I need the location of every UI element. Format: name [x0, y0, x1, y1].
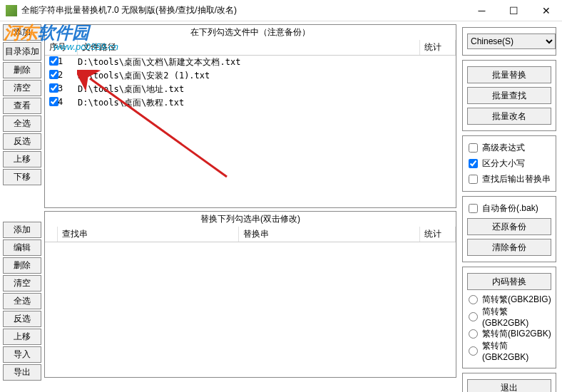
- left-top-btn-7[interactable]: 上移: [3, 151, 41, 167]
- left-bottom-btn-7[interactable]: 导入: [3, 346, 41, 363]
- left-bottom-btn-6[interactable]: 上移: [3, 329, 41, 345]
- app-icon: [6, 5, 17, 16]
- file-row-path: D:\tools\桌面\文档\新建文本文档.txt: [78, 56, 456, 68]
- bottom-btn-0[interactable]: 退出: [467, 379, 551, 392]
- encoding-radio-3[interactable]: 繁转简(GBK2GBK): [467, 340, 551, 362]
- file-row-path: D:\tools\桌面\教程.txt: [78, 97, 456, 109]
- advanced-expr-check[interactable]: 高级表达式: [467, 142, 551, 154]
- file-row-num: 2: [58, 70, 78, 82]
- clear-backup-button[interactable]: 清除备份: [467, 239, 551, 256]
- file-row-num: 1: [58, 56, 78, 68]
- file-row[interactable]: 2D:\tools\桌面\安装2 (1).txt: [45, 69, 456, 83]
- file-row-path: D:\tools\桌面\安装2 (1).txt: [78, 70, 456, 82]
- left-top-btn-0[interactable]: 添加: [3, 24, 41, 41]
- left-bottom-btn-5[interactable]: 反选: [3, 311, 41, 327]
- col-number[interactable]: 序号: [45, 40, 78, 55]
- language-select[interactable]: Chinese(S): [467, 33, 556, 49]
- left-bottom-btn-8[interactable]: 导出: [3, 364, 41, 381]
- left-bottom-btn-2[interactable]: 删除: [3, 257, 41, 274]
- left-bottom-btn-4[interactable]: 全选: [3, 293, 41, 309]
- left-top-btn-4[interactable]: 查看: [3, 98, 41, 114]
- case-sensitive-check[interactable]: 区分大小写: [467, 158, 551, 170]
- col-replace[interactable]: 替换串: [239, 227, 420, 242]
- auto-backup-check[interactable]: 自动备份(.bak): [467, 202, 551, 215]
- col-stats2[interactable]: 统计: [420, 227, 456, 242]
- replace-panel-title: 替换下列勾选串(双击修改): [45, 212, 456, 227]
- file-row[interactable]: 1D:\tools\桌面\文档\新建文本文档.txt: [45, 56, 456, 69]
- replace-list-header: 查找串 替换串 统计: [45, 227, 456, 242]
- replace-list[interactable]: [45, 242, 456, 377]
- left-bottom-btn-3[interactable]: 清空: [3, 275, 41, 292]
- left-top-btn-3[interactable]: 清空: [3, 80, 41, 96]
- left-bottom-btn-0[interactable]: 添加: [3, 222, 41, 238]
- file-row-path: D:\tools\桌面\地址.txt: [78, 83, 456, 96]
- batch-btn-0[interactable]: 批量替换: [467, 66, 551, 83]
- file-row-num: 4: [58, 97, 78, 109]
- left-top-btn-6[interactable]: 反选: [3, 133, 41, 150]
- col-filepath[interactable]: 文件路径: [78, 40, 420, 55]
- left-top-btn-8[interactable]: 下移: [3, 169, 41, 185]
- close-button[interactable]: ✕: [530, 0, 562, 21]
- encoding-replace-button[interactable]: 内码替换: [467, 273, 551, 290]
- minimize-button[interactable]: ─: [466, 0, 498, 21]
- left-bottom-btn-1[interactable]: 编辑: [3, 239, 41, 256]
- left-top-btn-2[interactable]: 删除: [3, 62, 41, 78]
- maximize-button[interactable]: ☐: [498, 0, 530, 21]
- batch-btn-1[interactable]: 批量查找: [467, 87, 551, 104]
- col-search[interactable]: 查找串: [58, 227, 239, 242]
- output-replace-check[interactable]: 查找后输出替换串: [467, 173, 551, 185]
- left-top-btn-1[interactable]: 目录添加: [3, 42, 41, 61]
- file-panel-title: 在下列勾选文件中（注意备份）: [45, 25, 456, 40]
- file-row[interactable]: 3D:\tools\桌面\地址.txt: [45, 83, 456, 96]
- left-top-btn-5[interactable]: 全选: [3, 115, 41, 132]
- file-list[interactable]: 1D:\tools\桌面\文档\新建文本文档.txt2D:\tools\桌面\安…: [45, 56, 456, 207]
- batch-btn-2[interactable]: 批量改名: [467, 108, 551, 125]
- window-title: 全能字符串批量替换机7.0 无限制版(替换/查找/抽取/改名): [21, 4, 466, 16]
- file-row-num: 3: [58, 83, 78, 96]
- encoding-radio-2[interactable]: 繁转简(BIG2GBK): [467, 328, 551, 340]
- restore-backup-button[interactable]: 还原备份: [467, 218, 551, 235]
- col-stats[interactable]: 统计: [420, 40, 456, 55]
- encoding-radio-0[interactable]: 简转繁(GBK2BIG): [467, 294, 551, 306]
- file-row[interactable]: 4D:\tools\桌面\教程.txt: [45, 96, 456, 110]
- file-list-header: 序号 文件路径 统计: [45, 40, 456, 56]
- encoding-radio-1[interactable]: 简转繁(GBK2GBK): [467, 306, 551, 328]
